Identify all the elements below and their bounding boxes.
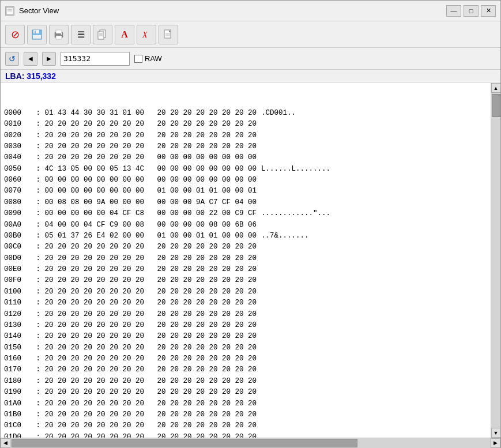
hex-ascii bbox=[257, 331, 337, 342]
svg-rect-2 bbox=[7, 10, 12, 11]
hex-bytes[interactable]: 04 00 00 04 CF C9 00 08 00 00 00 00 08 0… bbox=[45, 220, 257, 231]
hex-bytes[interactable]: 05 01 37 26 E4 02 00 00 01 00 00 01 01 0… bbox=[45, 231, 257, 242]
hex-ascii bbox=[257, 130, 337, 141]
scroll-right-arrow[interactable]: ▶ bbox=[491, 438, 500, 448]
hex-address: 0170 bbox=[4, 364, 32, 375]
back-button[interactable]: ◀ bbox=[24, 52, 37, 66]
hex-separator: : bbox=[32, 275, 45, 286]
hex-bytes[interactable]: 00 08 08 00 9A 00 00 00 00 00 00 9A C7 C… bbox=[45, 197, 257, 208]
hex-address: 0010 bbox=[4, 119, 32, 130]
hex-ascii: .CD001.. bbox=[257, 108, 337, 119]
sector-input[interactable] bbox=[61, 52, 130, 66]
hex-panel[interactable]: 0000 : 01 43 44 30 30 31 01 00 20 20 20 … bbox=[1, 83, 491, 438]
table-row: 0120 : 20 20 20 20 20 20 20 20 20 20 20 … bbox=[4, 309, 487, 320]
svg-rect-9 bbox=[56, 30, 62, 33]
table-row: 00E0 : 20 20 20 20 20 20 20 20 20 20 20 … bbox=[4, 264, 487, 275]
font-a-button[interactable]: A bbox=[115, 25, 134, 44]
scroll-track[interactable] bbox=[491, 93, 501, 428]
close-button[interactable]: ✕ bbox=[481, 5, 496, 17]
hex-separator: : bbox=[32, 264, 45, 275]
copy-button[interactable] bbox=[93, 25, 112, 44]
hex-address: 00F0 bbox=[4, 275, 32, 286]
hex-bytes[interactable]: 20 20 20 20 20 20 20 20 20 20 20 20 20 2… bbox=[45, 309, 257, 320]
hex-bytes[interactable]: 00 00 00 00 00 04 CF C8 00 00 00 00 22 0… bbox=[45, 208, 257, 219]
table-row: 0010 : 20 20 20 20 20 20 20 20 20 20 20 … bbox=[4, 119, 487, 130]
hex-bytes[interactable]: 20 20 20 20 20 20 20 20 20 20 20 20 20 2… bbox=[45, 420, 257, 431]
hex-bytes[interactable]: 20 20 20 20 20 20 20 20 20 20 20 20 20 2… bbox=[45, 242, 257, 253]
hex-separator: : bbox=[32, 309, 45, 320]
hex-bytes[interactable]: 20 20 20 20 20 20 20 20 20 20 20 20 20 2… bbox=[45, 275, 257, 286]
hex-ascii bbox=[257, 398, 337, 409]
hex-bytes[interactable]: 20 20 20 20 20 20 20 20 20 20 20 20 20 2… bbox=[45, 264, 257, 275]
hex-bytes[interactable]: 20 20 20 20 20 20 20 20 20 20 20 20 20 2… bbox=[45, 387, 257, 398]
refresh-button[interactable]: ↺ bbox=[5, 52, 19, 66]
hex-bytes[interactable]: 20 20 20 20 20 20 20 20 20 20 20 20 20 2… bbox=[45, 287, 257, 298]
table-row: 0180 : 20 20 20 20 20 20 20 20 20 20 20 … bbox=[4, 376, 487, 387]
hex-ascii bbox=[257, 186, 337, 197]
hex-bytes[interactable]: 20 20 20 20 20 20 20 20 20 20 20 20 20 2… bbox=[45, 320, 257, 331]
hex-bytes[interactable]: 20 20 20 20 20 20 20 20 20 20 20 20 20 2… bbox=[45, 342, 257, 353]
save-button[interactable] bbox=[27, 25, 47, 44]
properties-button[interactable]: ☰ bbox=[71, 25, 91, 44]
hex-bytes[interactable]: 20 20 20 20 20 20 20 20 20 20 20 20 20 2… bbox=[45, 298, 257, 308]
vertical-scrollbar: ▲ ▼ bbox=[491, 83, 500, 438]
table-row: 00F0 : 20 20 20 20 20 20 20 20 20 20 20 … bbox=[4, 275, 487, 286]
hex-bytes[interactable]: 20 20 20 20 20 20 20 20 20 20 20 20 20 2… bbox=[45, 376, 257, 387]
forward-button[interactable]: ▶ bbox=[42, 52, 56, 66]
hex-bytes[interactable]: 20 20 20 20 20 20 20 20 20 20 20 20 20 2… bbox=[45, 119, 257, 130]
svg-rect-10 bbox=[56, 36, 62, 39]
hex-bytes[interactable]: 20 20 20 20 20 20 20 20 20 20 20 20 20 2… bbox=[45, 364, 257, 375]
hex-bytes[interactable]: 20 20 20 20 20 20 20 20 20 20 20 20 20 2… bbox=[45, 141, 257, 152]
scroll-up-arrow[interactable]: ▲ bbox=[491, 83, 501, 93]
print-button[interactable] bbox=[49, 25, 69, 44]
table-row: 0140 : 20 20 20 20 20 20 20 20 20 20 20 … bbox=[4, 331, 487, 342]
table-row: 01B0 : 20 20 20 20 20 20 20 20 20 20 20 … bbox=[4, 409, 487, 420]
hex-ascii bbox=[257, 264, 337, 275]
hex-bytes[interactable]: 01 43 44 30 30 31 01 00 20 20 20 20 20 2… bbox=[45, 108, 257, 119]
hex-bytes[interactable]: 20 20 20 20 20 20 20 20 00 00 00 00 00 0… bbox=[45, 152, 257, 163]
horizontal-scrollbar: ◀ ▶ bbox=[1, 438, 500, 447]
hex-address: 01D0 bbox=[4, 432, 32, 438]
hex-bytes[interactable]: 20 20 20 20 20 20 20 20 20 20 20 20 20 2… bbox=[45, 398, 257, 409]
hex-address: 01A0 bbox=[4, 398, 32, 409]
table-row: 01A0 : 20 20 20 20 20 20 20 20 20 20 20 … bbox=[4, 398, 487, 409]
hex-separator: : bbox=[32, 231, 45, 242]
hex-separator: : bbox=[32, 331, 45, 342]
font-x-button[interactable]: X bbox=[137, 25, 156, 44]
hex-bytes[interactable]: 20 20 20 20 20 20 20 20 20 20 20 20 20 2… bbox=[45, 409, 257, 420]
hex-bytes[interactable]: 20 20 20 20 20 20 20 20 20 20 20 20 20 2… bbox=[45, 130, 257, 141]
hex-address: 0120 bbox=[4, 309, 32, 320]
minimize-button[interactable]: — bbox=[446, 5, 461, 17]
hex-ascii bbox=[257, 432, 337, 438]
h-scroll-track[interactable] bbox=[10, 438, 491, 448]
hex-separator: : bbox=[32, 119, 45, 130]
hex-bytes[interactable]: 20 20 20 20 20 20 20 20 20 20 20 20 20 2… bbox=[45, 331, 257, 342]
hex-ascii bbox=[257, 119, 337, 130]
stop-button[interactable]: ⊘ bbox=[5, 25, 25, 44]
title-left: Sector View bbox=[5, 6, 59, 16]
scroll-left-arrow[interactable]: ◀ bbox=[1, 438, 10, 448]
h-scroll-thumb[interactable] bbox=[12, 439, 357, 447]
hex-separator: : bbox=[32, 364, 45, 375]
hex-separator: : bbox=[32, 387, 45, 398]
hex-ascii bbox=[257, 298, 337, 308]
lba-bar: LBA: 315,332 bbox=[1, 70, 500, 83]
raw-checkbox[interactable] bbox=[134, 55, 142, 63]
hex-bytes[interactable]: 4C 13 05 00 00 05 13 4C 00 00 00 00 00 0… bbox=[45, 164, 257, 175]
maximize-button[interactable]: □ bbox=[464, 5, 479, 17]
hex-ascii bbox=[257, 320, 337, 331]
table-row: 01C0 : 20 20 20 20 20 20 20 20 20 20 20 … bbox=[4, 420, 487, 431]
hex-bytes[interactable]: 20 20 20 20 20 20 20 20 20 20 20 20 20 2… bbox=[45, 353, 257, 364]
table-row: 0190 : 20 20 20 20 20 20 20 20 20 20 20 … bbox=[4, 387, 487, 398]
hex-address: 0070 bbox=[4, 186, 32, 197]
svg-rect-3 bbox=[7, 12, 12, 12]
scroll-thumb[interactable] bbox=[492, 94, 500, 117]
hex-bytes[interactable]: 00 00 00 00 00 00 00 00 01 00 00 01 01 0… bbox=[45, 186, 257, 197]
export-button[interactable] bbox=[159, 25, 178, 44]
hex-bytes[interactable]: 00 00 00 00 00 00 00 00 00 00 00 00 00 0… bbox=[45, 175, 257, 186]
hex-separator: : bbox=[32, 398, 45, 409]
hex-bytes[interactable]: 20 20 20 20 20 20 20 20 20 20 20 20 20 2… bbox=[45, 253, 257, 264]
hex-bytes[interactable]: 20 20 20 20 20 20 20 20 20 20 20 20 20 2… bbox=[45, 432, 257, 438]
scroll-down-arrow[interactable]: ▼ bbox=[491, 428, 501, 438]
lba-value: 315,332 bbox=[27, 71, 56, 81]
